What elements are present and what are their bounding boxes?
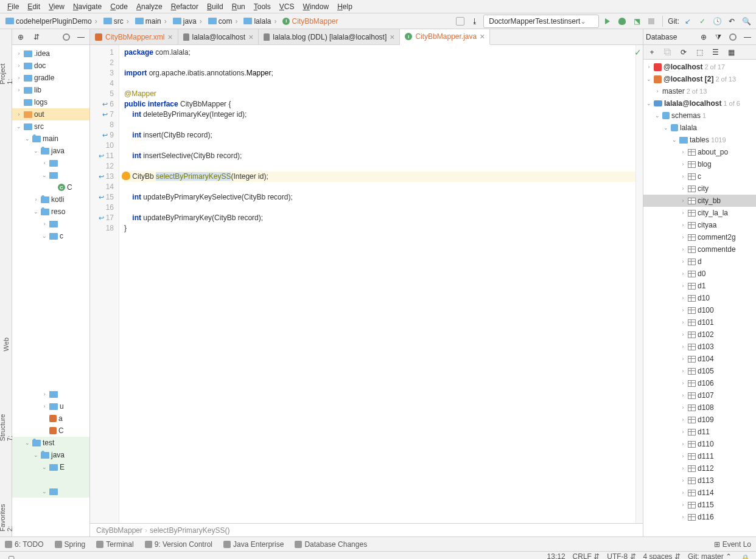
- menu-refactor[interactable]: Refactor: [167, 1, 202, 12]
- implements-gutter-icon[interactable]: ↩: [102, 109, 108, 120]
- db-tree-item[interactable]: ›d102: [643, 328, 756, 341]
- tree-item[interactable]: ›doc: [12, 60, 89, 72]
- db-tree-item[interactable]: ›d: [643, 255, 756, 268]
- code-area[interactable]: package com.lalala; import org.apache.ib…: [119, 45, 635, 523]
- tree-item[interactable]: ›gradle: [12, 72, 89, 84]
- db-tree-item[interactable]: ›d105: [643, 365, 756, 377]
- db-tree-item[interactable]: ›d100: [643, 304, 756, 316]
- line-separator[interactable]: CRLF ⇵: [573, 552, 600, 560]
- editor-tab[interactable]: lalala.blog (DDL) [lalala@localhost]×: [259, 29, 400, 44]
- implements-gutter-icon[interactable]: ↩: [99, 213, 104, 223]
- db-tree-item[interactable]: ⌄lalala: [643, 122, 756, 134]
- project-tree[interactable]: ›.idea›doc›gradle›lib logs›out⌄src⌄main⌄…: [12, 45, 89, 536]
- bottom-tab-todo[interactable]: 6: TODO: [5, 540, 44, 549]
- db-tree-item[interactable]: ›@localhost 2 of 17: [643, 61, 756, 73]
- tool-window-icon[interactable]: ▢: [5, 552, 17, 560]
- tool-tab-project[interactable]: 1: Project: [0, 54, 15, 89]
- db-tree-item[interactable]: ⌄lalala@localhost 1 of 6: [643, 97, 756, 109]
- editor-crumb-item[interactable]: CityBbMapper: [96, 526, 142, 535]
- menu-code[interactable]: Code: [107, 1, 131, 12]
- implements-gutter-icon[interactable]: ↩: [99, 172, 104, 182]
- db-tree-item[interactable]: ›d1: [643, 280, 756, 292]
- tool-tab-web[interactable]: Web: [1, 333, 11, 356]
- tree-item[interactable]: ⌄java: [12, 449, 89, 461]
- breadcrumb-item[interactable]: java›: [171, 16, 205, 26]
- run-button[interactable]: [601, 15, 614, 27]
- db-tree-item[interactable]: ›commentde: [643, 243, 756, 255]
- gear-icon[interactable]: [727, 31, 739, 43]
- menu-help[interactable]: Help: [334, 1, 356, 12]
- menu-window[interactable]: Window: [299, 1, 332, 12]
- tree-item[interactable]: ⌄: [12, 169, 89, 181]
- db-tree-item[interactable]: ›d116: [643, 511, 756, 523]
- breadcrumb-item[interactable]: lalala›: [242, 16, 279, 26]
- refresh-icon[interactable]: ⟳: [677, 46, 690, 58]
- menu-view[interactable]: View: [45, 1, 68, 12]
- tree-item[interactable]: a: [12, 412, 89, 425]
- vcs-commit-icon[interactable]: ✓: [696, 15, 709, 27]
- tree-item[interactable]: CC: [12, 181, 89, 193]
- db-tree-item[interactable]: ›d113: [643, 474, 756, 487]
- db-tree-item[interactable]: ›d0: [643, 268, 756, 280]
- db-tree-item[interactable]: ⌄@localhost [2] 2 of 13: [643, 73, 756, 85]
- menu-analyze[interactable]: Analyze: [133, 1, 166, 12]
- tree-item[interactable]: ›lib: [12, 84, 89, 96]
- caret-position[interactable]: 13:12: [547, 552, 565, 560]
- intention-bulb-icon[interactable]: [122, 172, 130, 180]
- db-tree-item[interactable]: ›d114: [643, 487, 756, 499]
- bottom-tab-versioncontrol[interactable]: 9: Version Control: [145, 540, 212, 549]
- tree-item[interactable]: ⌄java: [12, 145, 89, 157]
- git-branch[interactable]: Git: master ⌃: [688, 552, 732, 560]
- view-icon[interactable]: ▦: [725, 46, 737, 58]
- breadcrumb-item[interactable]: src›: [102, 16, 132, 26]
- db-tree-item[interactable]: ›d106: [643, 377, 756, 389]
- db-tree-item[interactable]: ⌄schemas 1: [643, 109, 756, 122]
- filter-icon[interactable]: ⧩: [712, 31, 724, 43]
- run-config-select[interactable]: DoctorMapperTest.testinsert ⌄: [483, 15, 599, 28]
- stop-button[interactable]: [645, 15, 657, 27]
- editor-tab[interactable]: lalala@localhost×: [178, 29, 259, 44]
- db-tree-item[interactable]: ›d115: [643, 499, 756, 511]
- tree-item[interactable]: ⌄: [12, 485, 89, 498]
- search-icon[interactable]: 🔍: [740, 15, 752, 27]
- hide-icon[interactable]: —: [741, 31, 754, 43]
- bottom-tab-databasechanges[interactable]: Database Changes: [295, 540, 367, 549]
- db-tree-item[interactable]: ›d11: [643, 426, 756, 438]
- db-tree-item[interactable]: ›blog: [643, 158, 756, 170]
- db-tree-item[interactable]: ›d10: [643, 292, 756, 304]
- breadcrumb-item[interactable]: main›: [133, 16, 170, 26]
- add-icon[interactable]: ⊕: [698, 31, 710, 43]
- bottom-tab-terminal[interactable]: Terminal: [96, 540, 133, 549]
- tree-item[interactable]: ›.idea: [12, 47, 89, 60]
- implements-gutter-icon[interactable]: ↩: [102, 99, 108, 109]
- error-stripe[interactable]: ✓: [635, 45, 643, 523]
- db-tree-item[interactable]: ›d108: [643, 401, 756, 414]
- hide-icon[interactable]: —: [75, 31, 87, 43]
- tool-tab-structure[interactable]: 7: Structure: [0, 404, 15, 446]
- breadcrumb-item[interactable]: com›: [206, 16, 241, 26]
- db-tree-item[interactable]: ›city: [643, 182, 756, 195]
- implements-gutter-icon[interactable]: ↩: [102, 130, 108, 141]
- tree-item[interactable]: ⌄reso: [12, 206, 89, 218]
- tree-item[interactable]: ›: [12, 388, 89, 400]
- menu-build[interactable]: Build: [203, 1, 227, 12]
- tree-item[interactable]: ⌄main: [12, 133, 89, 145]
- menu-run[interactable]: Run: [228, 1, 249, 12]
- tree-item[interactable]: ›out: [12, 108, 89, 120]
- sync-icon[interactable]: ⊕: [15, 31, 27, 43]
- db-tree-item[interactable]: ›d109: [643, 414, 756, 426]
- coverage-button[interactable]: ⬔: [631, 15, 643, 27]
- tool-tab-favorites[interactable]: 2: Favorites: [0, 495, 15, 536]
- tree-item[interactable]: ›u: [12, 400, 89, 412]
- db-tree-item[interactable]: ›d103: [643, 341, 756, 353]
- editor-tab[interactable]: ICityBbMapper.java×: [400, 29, 490, 45]
- bottom-tab-javaenterprise[interactable]: Java Enterprise: [223, 540, 284, 549]
- vcs-revert-icon[interactable]: ↶: [726, 15, 738, 27]
- vcs-history-icon[interactable]: 🕓: [711, 15, 723, 27]
- editor-breadcrumb[interactable]: CityBbMapper › selectByPrimaryKeySS(): [90, 523, 643, 536]
- db-tree-item[interactable]: ›d111: [643, 450, 756, 462]
- build-icon[interactable]: [454, 15, 466, 27]
- new-icon[interactable]: +: [646, 46, 658, 58]
- properties-icon[interactable]: ☰: [709, 46, 721, 58]
- db-tree-item[interactable]: ›d107: [643, 389, 756, 401]
